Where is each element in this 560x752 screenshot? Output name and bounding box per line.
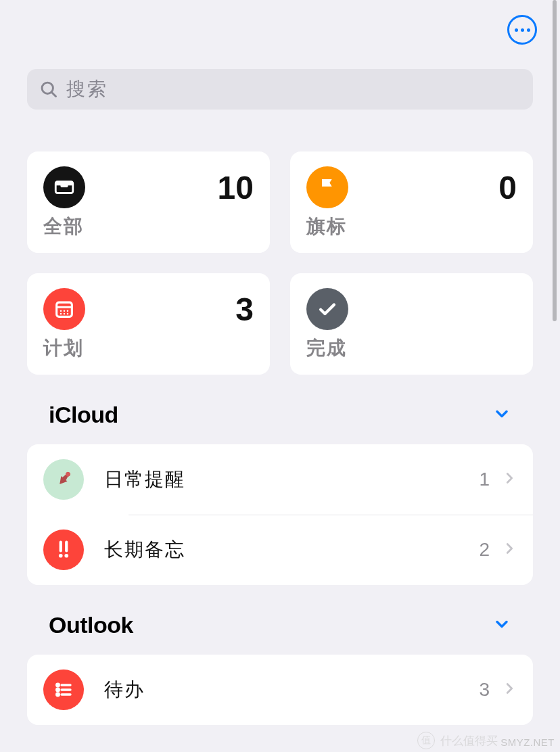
card-flagged[interactable]: 0 旗标: [290, 151, 533, 253]
list-item-longterm-notes[interactable]: 长期备忘 2: [27, 515, 533, 585]
section-header-outlook[interactable]: Outlook: [27, 612, 533, 638]
card-done[interactable]: 完成: [290, 273, 533, 375]
section-title-outlook: Outlook: [49, 612, 133, 638]
list-item-todo[interactable]: 待办 3: [27, 655, 533, 725]
card-flagged-count: 0: [498, 169, 517, 206]
watermark: SMYZ.NET: [500, 736, 555, 748]
chevron-down-icon[interactable]: [492, 404, 511, 426]
list-item-label: 日常提醒: [104, 467, 479, 492]
svg-point-14: [57, 684, 59, 686]
list-item-daily-reminders[interactable]: 日常提醒 1: [27, 444, 533, 515]
checkmark-icon: [306, 288, 348, 330]
card-all[interactable]: 10 全部: [27, 151, 270, 253]
svg-line-1: [52, 93, 56, 97]
chevron-down-icon[interactable]: [492, 615, 511, 636]
svg-point-7: [67, 310, 69, 312]
more-icon: [515, 28, 530, 32]
search-icon: [39, 80, 58, 99]
alert-icon: [43, 530, 84, 570]
list-item-label: 长期备忘: [104, 537, 479, 563]
card-done-label: 完成: [306, 335, 517, 361]
svg-point-16: [57, 688, 59, 690]
inbox-icon: [43, 166, 85, 208]
calendar-icon: [43, 288, 85, 330]
header-bar: [0, 0, 560, 60]
card-all-label: 全部: [43, 214, 254, 239]
svg-point-18: [57, 693, 59, 695]
card-scheduled-label: 计划: [43, 335, 254, 361]
more-button[interactable]: [507, 15, 537, 45]
svg-point-12: [59, 554, 63, 558]
content-area: 10 全部 0 旗标 3 计划: [0, 69, 560, 725]
chevron-right-icon: [502, 469, 517, 490]
card-scheduled-count: 3: [235, 291, 254, 328]
card-scheduled[interactable]: 3 计划: [27, 273, 270, 375]
list-outlook: 待办 3: [27, 655, 533, 725]
list-icloud: 日常提醒 1 长期备忘 2: [27, 444, 533, 585]
svg-point-9: [64, 313, 66, 315]
list-item-label: 待办: [104, 677, 479, 703]
card-all-count: 10: [218, 169, 254, 206]
section-header-icloud[interactable]: iCloud: [27, 402, 533, 428]
chevron-right-icon: [502, 679, 517, 701]
list-item-count: 3: [479, 679, 490, 701]
watermark-zh: 值什么值得买: [417, 732, 498, 749]
chevron-right-icon: [502, 539, 517, 561]
svg-point-8: [60, 313, 62, 315]
section-title-icloud: iCloud: [49, 402, 118, 428]
svg-point-6: [64, 310, 66, 312]
scroll-indicator[interactable]: [553, 0, 557, 321]
card-flagged-label: 旗标: [306, 214, 517, 239]
svg-point-10: [67, 313, 69, 315]
list-icon: [43, 669, 84, 710]
list-item-count: 2: [479, 539, 490, 561]
pin-icon: [43, 459, 84, 500]
list-item-count: 1: [479, 469, 490, 490]
search-input[interactable]: [66, 78, 521, 100]
search-bar[interactable]: [27, 69, 533, 110]
summary-cards: 10 全部 0 旗标 3 计划: [27, 151, 533, 375]
svg-point-13: [64, 554, 68, 558]
svg-point-5: [60, 310, 62, 312]
flag-icon: [306, 166, 348, 208]
